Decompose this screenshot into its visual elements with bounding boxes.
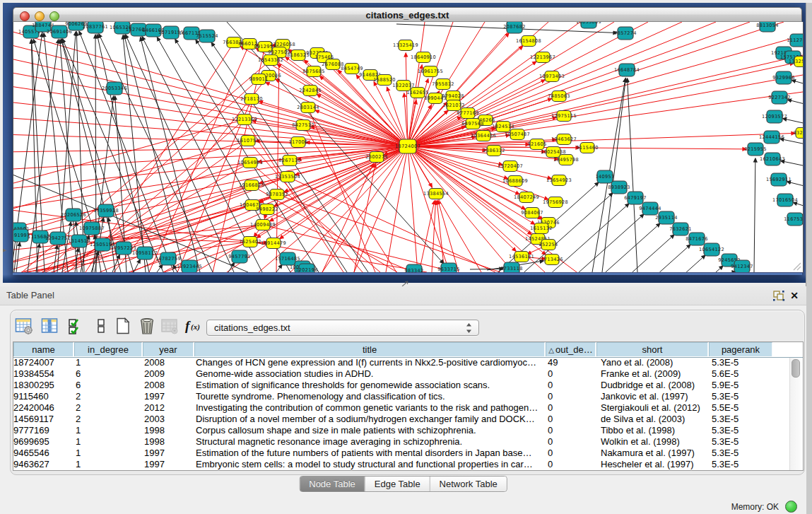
citation-edge-red [408,35,803,146]
graph-node[interactable]: 10654983 [237,158,263,168]
table-row[interactable]: 1938455462009Genome-wide association stu… [13,368,803,380]
graph-node[interactable]: 18640910 [411,52,436,63]
graph-node[interactable]: 1167533 [784,213,803,226]
citation-edge-red [386,146,408,272]
graph-node[interactable]: 2718170 [240,94,262,105]
scrollbar-thumb[interactable] [792,359,800,378]
function-builder-icon[interactable]: f (x) [184,318,203,337]
graph-node[interactable]: 16648784 [614,64,640,76]
graph-node[interactable]: 15720407 [498,161,523,172]
column-header-in_degree[interactable]: in_degree [74,342,142,356]
close-panel-icon[interactable]: ✕ [788,289,801,302]
graph-node[interactable]: 16154808 [516,36,541,47]
tab-edge-table[interactable]: Edge Table [365,477,430,491]
graph-node[interactable]: 9115460 [576,143,598,153]
graph-node[interactable]: 9457791 [228,250,250,263]
graph-node[interactable]: 989011 [249,74,269,85]
graph-node[interactable]: 8267130 [278,156,300,166]
graph-node[interactable]: 13384554 [423,189,449,199]
table-row[interactable]: 946554611997Estimation of the future num… [13,448,803,459]
graph-node[interactable]: 12093577 [762,110,787,123]
select-rows-icon[interactable] [67,317,86,335]
table-row[interactable]: 1830029562008Estimation of significance … [13,380,803,391]
table-row[interactable]: 946362711997Embryonic stem cells: a mode… [13,459,803,470]
table-row[interactable]: 2242004622012Investigating the contribut… [13,402,803,414]
graph-node[interactable]: 9329966 [772,71,794,84]
graph-node[interactable]: 19463627 [551,134,577,145]
table-vertical-scrollbar[interactable] [789,358,801,470]
svg-text:9084067: 9084067 [521,210,543,216]
graph-node[interactable]: 20837761 [83,22,108,33]
resize-grip-icon[interactable] [792,261,801,271]
table-row[interactable]: 969969511998Structural magnetic resonanc… [13,436,803,448]
split-resize-icon[interactable] [401,277,409,284]
graph-node[interactable]: 6479197 [624,192,646,204]
table-row[interactable]: 977716911998Corpus callosum shape and si… [13,425,803,436]
graph-node[interactable]: 2087682 [503,22,525,33]
graph-node[interactable]: 832201 [794,128,803,139]
graph-node[interactable]: 252254 [539,240,558,250]
graph-node[interactable]: 7632621 [669,223,691,235]
column-header-name[interactable]: name [13,342,73,356]
graph-node[interactable]: 1713426 [541,255,563,265]
delete-icon[interactable] [138,317,156,335]
select-columns-icon[interactable] [41,317,59,335]
graph-node[interactable]: 1112763 [787,34,803,47]
memory-status-icon[interactable] [785,501,797,513]
table-settings-icon[interactable] [15,317,33,335]
graph-node[interactable]: 16210643 [760,153,785,165]
graph-node[interactable]: 521605 [528,139,547,150]
graph-node[interactable]: 9412347 [731,260,753,272]
graph-node[interactable]: 9474444 [639,202,661,215]
network-window[interactable]: citations_edges.txt 14055714188474420691… [13,7,802,275]
table-row[interactable]: 1456911722003Disruption of a novel membe… [13,414,803,425]
graph-node[interactable]: 7625402 [239,237,261,247]
new-document-icon[interactable] [114,317,132,335]
graph-node[interactable]: 10973493 [539,71,565,82]
column-header-title[interactable]: title [194,342,545,356]
network-window-titlebar[interactable]: citations_edges.txt [13,7,802,22]
tab-network-table[interactable]: Network Table [430,477,507,491]
graph-node[interactable]: 17016504 [772,194,798,206]
column-header-short[interactable]: short [596,342,708,356]
graph-node[interactable]: 140957 [596,170,615,183]
network-canvas[interactable]: 1405571418847442069140690062692083776110… [13,22,804,273]
graph-node[interactable]: 10688609 [502,176,528,187]
graph-node[interactable]: 8471676 [686,233,707,245]
import-table-icon[interactable] [160,317,179,335]
column-header-pagerank[interactable]: pagerank [709,342,772,356]
graph-node[interactable]: 7955812 [432,79,454,90]
graph-node[interactable]: 12213967 [530,52,555,63]
graph-node[interactable]: 13654923 [546,175,572,186]
graph-node[interactable]: 8215955 [744,143,766,156]
graph-node[interactable]: 12444156 [759,131,784,144]
graph-node[interactable]: 9084067 [521,208,543,218]
graph-node[interactable]: 7485063 [548,91,570,102]
table-selector-dropdown[interactable]: citations_edges.txt [206,320,479,336]
graph-node[interactable]: 2935114 [655,211,677,224]
graph-node[interactable]: 117006 [289,137,308,148]
graph-node[interactable]: 8733118 [500,262,522,272]
citation-edge-black [788,100,803,106]
graph-node[interactable]: 7857274 [614,27,636,40]
column-icon[interactable] [92,317,110,335]
graph-node[interactable]: 8938923 [608,181,630,194]
graph-node[interactable]: 983342 [405,264,424,272]
graph-node[interactable]: 16914479 [261,238,286,249]
graph-node[interactable]: 2242845 [299,86,321,96]
float-panel-icon[interactable] [772,289,785,302]
graph-node[interactable]: 8813054 [756,22,778,32]
column-header-out_de[interactable]: △out_de… [546,342,596,356]
column-header-year[interactable]: year [143,342,194,356]
table-row[interactable]: 1872400712008Changes of HCN gene express… [13,357,803,368]
tab-node-table[interactable]: Node Table [300,477,365,491]
graph-node[interactable]: 1314519 [68,235,90,247]
cell-title: Disruption of a novel member of a sodium… [196,414,545,425]
graph-node[interactable]: 13325419 [393,40,418,51]
cell-short: Nakamura et al. (1997) [601,448,708,459]
graph-node[interactable]: 9227342 [768,91,790,104]
table-row[interactable]: 911546021997Tourette syndrome. Phenomeno… [13,391,803,402]
graph-node[interactable]: 15692911 [766,173,792,186]
graph-node[interactable]: 7515524 [196,30,218,42]
graph-node[interactable]: 16033809 [576,22,601,28]
